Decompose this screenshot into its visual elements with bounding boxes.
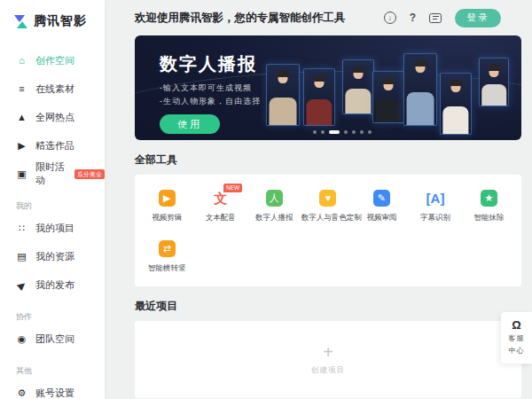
tool-video-editing[interactable]: ▶视频剪辑 [140,189,194,223]
carousel-dot[interactable] [313,130,317,134]
sidebar-item-label: 限时活动 [35,160,66,187]
main-content: 欢迎使用腾讯智影，您的专属智能创作工具 ↓ ? 登录 数字人播报 -输入文本即可… [105,0,532,399]
hero-banner[interactable]: 数字人播报 -输入文本即可生成视频-生动人物形象，自由选择 使用 [135,35,521,140]
carousel-dot[interactable] [321,130,325,134]
carousel-dot[interactable] [344,130,348,134]
tool-label: 智能横转竖 [140,263,194,274]
tool-label: 数字人与音色定制 [301,213,356,223]
video-icon: ▶ [16,140,27,152]
sidebar-item-account-settings[interactable]: ⚙账号设置 [0,379,105,399]
digital-human-card [342,59,374,114]
avatar-head [489,66,499,77]
gift-icon: ▣ [16,168,27,180]
rotate-icon: ⇄ [159,240,176,257]
tool-icon-wrap: ⇄ [140,239,194,257]
create-project-button[interactable]: + 创建项目 [311,343,345,376]
logo[interactable]: 腾讯智影 [0,11,105,32]
feedback-icon[interactable] [429,13,442,23]
avatar-head [384,80,394,90]
login-button[interactable]: 登录 [455,9,501,27]
welcome-text: 欢迎使用腾讯智影，您的专属智能创作工具 [135,11,346,26]
tool-digital-human-broadcast[interactable]: 人数字人播报 [247,189,301,223]
team-icon: ◉ [16,333,27,345]
carousel-dot[interactable] [329,130,340,134]
plus-icon: + [311,343,345,361]
carousel-dots [313,130,372,134]
banner-subtitle-line: -输入文本即可生成视频 [160,82,261,95]
tool-label: 文本配音 [194,213,248,223]
digital-human-card [440,73,472,135]
gear-icon: ⚙ [16,387,27,399]
flame-icon: ▲ [16,112,27,122]
sidebar: 腾讯智影 ⌂创作空间≡在线素材▲全网热点▶精选作品▣限时活动瓜分奖金我的∷我的项… [0,0,105,399]
digital-human-card [372,71,404,123]
tool-digital-human-voice-custom[interactable]: ♥数字人与音色定制 [301,189,356,223]
topbar-actions: ↓ ? 登录 [384,9,501,27]
avatar-torso [442,106,468,134]
sidebar-item-creative-space[interactable]: ⌂创作空间 [0,46,105,74]
digital-human-icon: 人 [266,190,283,207]
digital-human-card [266,64,300,126]
create-project-label: 创建项目 [311,365,345,376]
sidebar-item-limited-events[interactable]: ▣限时活动瓜分奖金 [0,160,105,188]
tool-subtitle-recognition[interactable]: [A]字幕识别 [409,189,463,223]
sidebar-item-my-projects[interactable]: ∷我的项目 [0,214,105,242]
avatar-torso [270,98,297,125]
carousel-dot[interactable] [360,130,364,134]
text-voice-icon: 文 [214,192,227,205]
tools-card: ▶视频剪辑文NEW文本配音人数字人播报♥数字人与音色定制✎视频审阅[A]字幕识别… [135,175,521,286]
support-center-widget[interactable]: Ω 客服 中心 [501,312,532,364]
logo-icon [14,15,27,28]
sidebar-item-my-resources[interactable]: ▤我的资源 [0,242,105,270]
sidebar-item-trending[interactable]: ▲全网热点 [0,103,105,131]
sidebar-item-label: 我的资源 [35,250,74,263]
download-client-icon[interactable]: ↓ [384,12,396,24]
sidebar-item-my-publications[interactable]: ▶我的发布 [0,270,105,299]
sidebar-item-label: 账号设置 [35,387,74,399]
tool-icon-wrap: ♥ [301,189,356,207]
sidebar-item-label: 精选作品 [35,139,74,153]
sidebar-item-team-space[interactable]: ◉团队空间 [0,325,105,353]
avatar-head [416,62,426,73]
sidebar-item-label: 创作空间 [35,54,74,67]
headset-icon: Ω [501,319,532,331]
video-edit-icon: ▶ [159,190,176,207]
support-label-line2: 中心 [501,346,532,356]
tool-smart-erase[interactable]: ★智能抹除 [462,189,516,223]
carousel-dot[interactable] [368,130,372,134]
sidebar-item-online-assets[interactable]: ≡在线素材 [0,74,105,103]
sidebar-nav: ⌂创作空间≡在线素材▲全网热点▶精选作品▣限时活动瓜分奖金我的∷我的项目▤我的资… [0,46,105,399]
avatar-head [451,82,461,92]
sidebar-item-label: 全网热点 [35,111,74,124]
voice-custom-icon: ♥ [319,190,336,207]
tool-label: 视频剪辑 [140,213,194,223]
help-icon[interactable]: ? [410,12,416,24]
digital-human-card [403,53,437,126]
tool-icon-wrap: ▶ [140,189,194,207]
topbar: 欢迎使用腾讯智影，您的专属智能创作工具 ↓ ? 登录 [135,0,521,35]
new-badge: NEW [223,184,241,192]
banner-use-button[interactable]: 使用 [160,114,220,134]
banner-title: 数字人播报 [160,52,257,76]
tool-video-review[interactable]: ✎视频审阅 [355,189,409,223]
app-title: 腾讯智影 [34,13,87,29]
tool-icon-wrap: [A] [409,189,463,207]
sidebar-item-label: 团队空间 [35,332,74,346]
tool-label: 字幕识别 [409,213,463,223]
sidebar-item-featured-works[interactable]: ▶精选作品 [0,131,105,160]
video-review-icon: ✎ [373,190,390,207]
tool-icon-wrap: 文NEW [194,189,248,207]
tools-heading: 全部工具 [135,153,521,168]
tool-label: 智能抹除 [462,213,516,223]
tool-label: 视频审阅 [355,213,409,223]
tool-icon-wrap: 人 [247,189,301,207]
carousel-dot[interactable] [352,130,356,134]
sidebar-item-label: 我的发布 [35,278,74,292]
avatar-torso [481,84,506,106]
tool-icon-wrap: ★ [462,189,516,207]
tool-horizontal-to-vertical[interactable]: ⇄智能横转竖 [140,239,194,274]
tool-text-to-speech[interactable]: 文NEW文本配音 [194,189,248,223]
avatar-torso [375,99,401,122]
logo-triangle-bottom [17,21,27,28]
banner-subtitles: -输入文本即可生成视频-生动人物形象，自由选择 [160,82,261,108]
